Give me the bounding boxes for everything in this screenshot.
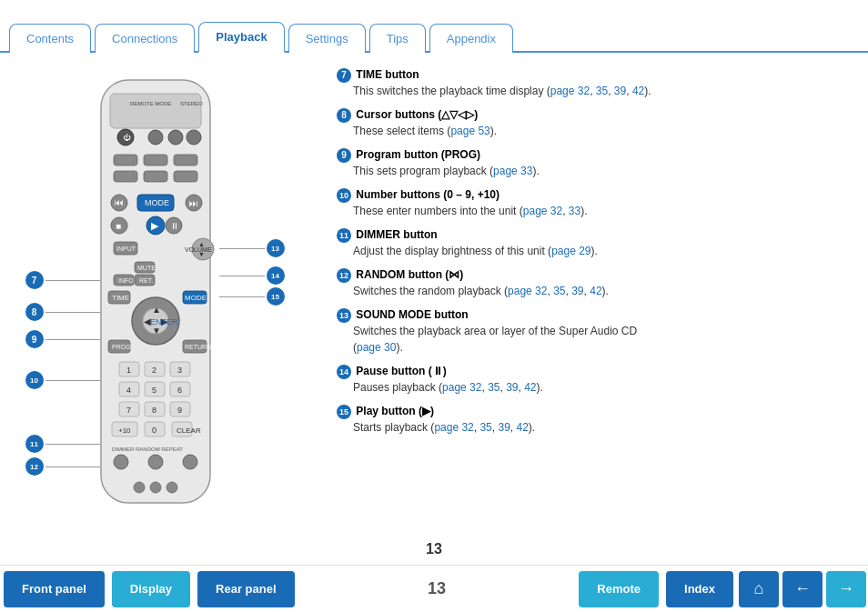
svg-text:ENTER: ENTER [150,317,178,326]
callout-num-9: 9 [25,330,44,348]
svg-text:⏮: ⏮ [115,197,124,207]
svg-text:7: 7 [126,406,131,415]
svg-text:2: 2 [152,366,156,375]
svg-text:4: 4 [126,386,131,395]
desc-title-15: 15 Play button (▶) [337,403,850,419]
remote-button[interactable]: Remote [579,571,659,607]
svg-rect-13 [144,171,167,182]
forward-button[interactable]: → [826,571,866,607]
svg-text:⏭: ⏭ [189,198,198,208]
desc-title-14: 14 Pause button (⏸) [337,363,850,379]
ref-10b[interactable]: 33 [569,205,580,217]
svg-text:RET.: RET. [139,277,153,284]
ref-14d[interactable]: 42 [524,381,536,394]
ref-12d[interactable]: 42 [590,285,601,297]
ref-7b[interactable]: 35 [596,85,608,97]
svg-text:▶: ▶ [151,220,159,231]
ref-15b[interactable]: 35 [479,421,491,434]
callout-13: 13 [219,239,285,257]
desc-item-9: 9 Program button (PROG) This sets progra… [337,146,850,179]
tab-contents[interactable]: Contents [9,24,91,53]
rear-panel-button[interactable]: Rear panel [197,571,294,607]
svg-point-80 [148,455,163,469]
ref-7[interactable]: page 32 [550,85,590,97]
tab-tips[interactable]: Tips [369,24,426,53]
ref-7d[interactable]: 42 [632,85,644,97]
ref-15a[interactable]: page 32 [434,421,473,434]
ref-11[interactable]: page 29 [551,245,590,257]
top-navigation: Contents Connections Playback Settings T… [0,0,868,53]
bottom-navigation: Front panel Display Rear panel 13 Remote… [0,565,868,612]
tab-settings[interactable]: Settings [288,24,366,53]
ref-15c[interactable]: 39 [498,421,510,434]
callout-num-12: 12 [25,457,44,476]
svg-text:RETURN: RETURN [185,344,211,350]
num-8: 8 [337,108,351,123]
remote-diagram-area: 7 8 9 10 11 12 [0,62,309,565]
svg-text:5: 5 [152,386,156,395]
svg-rect-1 [110,94,201,128]
callout-num-7: 7 [25,271,44,289]
ref-9[interactable]: page 33 [493,165,532,177]
ref-12a[interactable]: page 32 [508,285,547,297]
page-number: 13 [426,541,442,557]
ref-12c[interactable]: 39 [571,285,583,297]
ref-14b[interactable]: 35 [488,381,500,394]
callout-num-11: 11 [25,435,44,453]
ref-15d[interactable]: 42 [517,421,529,434]
ref-10a[interactable]: page 32 [523,205,562,217]
svg-point-6 [148,130,163,145]
back-button[interactable]: ← [782,571,823,607]
ref-12b[interactable]: 35 [553,285,565,297]
svg-text:▼: ▼ [152,326,161,336]
display-button[interactable]: Display [112,571,190,607]
back-arrow-icon: ← [794,579,811,598]
svg-text:6: 6 [177,386,182,395]
svg-text:MODE: MODE [185,294,207,302]
ref-7c[interactable]: 39 [614,85,626,97]
callout-10: 10 [25,371,100,389]
tab-appendix[interactable]: Appendix [429,24,513,53]
main-content: 7 8 9 10 11 12 [0,53,868,565]
svg-text:⏸: ⏸ [170,221,179,231]
callout-num-13: 13 [267,239,285,257]
desc-item-15: 15 Play button (▶) Starts playback (page… [337,403,850,436]
num-15: 15 [337,405,351,419]
callout-num-10: 10 [25,371,44,389]
svg-point-82 [134,482,145,493]
callout-9: 9 [25,330,100,348]
ref-14c[interactable]: 39 [506,381,518,394]
forward-arrow-icon: → [838,579,854,598]
svg-text:REMOTE MODE: REMOTE MODE [130,101,171,106]
num-13: 13 [337,308,351,323]
ref-14a[interactable]: page 32 [442,381,481,394]
desc-title-12: 12 RANDOM button (⋈) [337,266,850,283]
home-button[interactable]: ⌂ [739,571,779,607]
svg-rect-14 [174,171,197,182]
num-14: 14 [337,365,351,379]
num-10: 10 [337,188,351,203]
svg-text:STEREO: STEREO [180,101,203,106]
tab-connections[interactable]: Connections [95,24,195,53]
callout-num-15: 15 [267,287,285,306]
ref-8[interactable]: page 53 [450,125,490,137]
svg-rect-12 [114,171,137,182]
svg-text:9: 9 [177,406,182,415]
callout-num-8: 8 [25,303,44,321]
svg-text:0: 0 [152,426,156,435]
tab-playback[interactable]: Playback [198,22,284,53]
svg-text:INPUT: INPUT [116,246,136,252]
svg-text:▲: ▲ [152,305,161,315]
svg-point-81 [183,455,197,469]
callout-12: 12 [25,457,100,476]
desc-item-12: 12 RANDOM button (⋈) Switches the random… [337,266,850,299]
front-panel-button[interactable]: Front panel [4,571,105,607]
svg-text:■: ■ [116,221,121,231]
svg-text:MODE: MODE [145,198,169,207]
svg-point-79 [114,455,128,469]
desc-item-14: 14 Pause button (⏸) Pauses playback (pag… [337,363,850,396]
svg-text:INFO: INFO [118,277,134,284]
svg-point-8 [187,130,201,145]
ref-13[interactable]: page 30 [357,341,396,354]
index-button[interactable]: Index [666,571,733,607]
